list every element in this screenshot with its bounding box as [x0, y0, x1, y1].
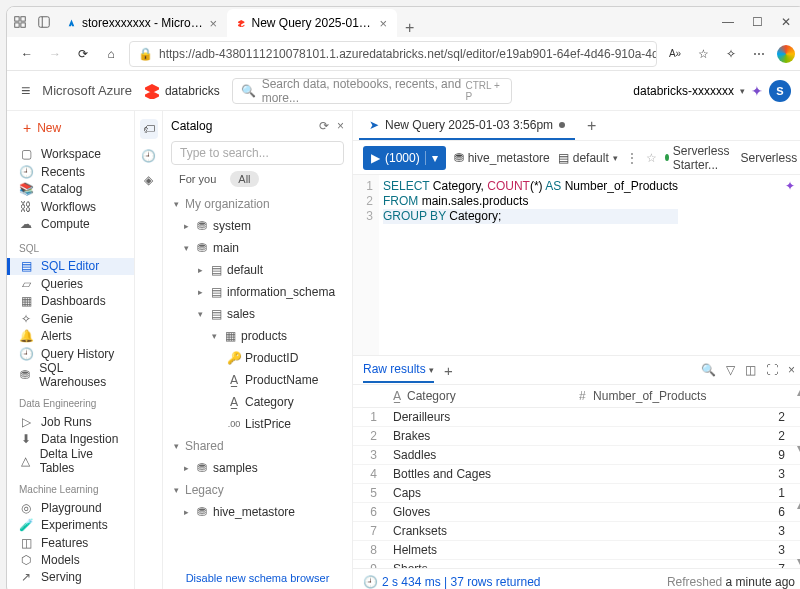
- code-editor[interactable]: 123 SELECT Category, COUNT(*) AS Number_…: [353, 175, 800, 355]
- result-status[interactable]: 2 s 434 ms | 37 rows returned: [382, 575, 541, 589]
- database-picker[interactable]: ⛃hive_metastore: [454, 151, 550, 165]
- tree-main[interactable]: ▾⛃main: [167, 237, 348, 259]
- sidebar-item-queries[interactable]: ▱Queries: [7, 275, 134, 292]
- maximize-icon[interactable]: ☐: [752, 15, 763, 29]
- add-result-tab[interactable]: +: [444, 362, 453, 379]
- sidebar-item-serving[interactable]: ↗Serving: [7, 569, 134, 586]
- sidebar-item-sql-editor[interactable]: ▤SQL Editor: [7, 258, 134, 275]
- sidebar-item-compute[interactable]: ☁Compute: [7, 215, 134, 232]
- sidebar-item-sql-warehouses[interactable]: ⛃SQL Warehouses: [7, 362, 134, 388]
- sidebar-item-playground[interactable]: ◎Playground: [7, 499, 134, 516]
- sidebar-item-recents[interactable]: 🕘Recents: [7, 163, 134, 180]
- avatar[interactable]: S: [769, 80, 791, 102]
- catalog-search[interactable]: Type to search...: [171, 141, 344, 165]
- sidebar-icon[interactable]: [37, 15, 51, 29]
- tree-myorg[interactable]: ▾My organization: [167, 193, 348, 215]
- read-aloud-icon[interactable]: A»: [665, 44, 685, 64]
- table-row[interactable]: 8Helmets3: [353, 541, 800, 560]
- tree-col-listprice[interactable]: .00ListPrice: [167, 413, 348, 435]
- workspaces-icon[interactable]: [13, 15, 27, 29]
- filter-all[interactable]: All: [230, 171, 258, 187]
- table-row[interactable]: 9Shorts7: [353, 560, 800, 569]
- assistant-icon[interactable]: ✦: [785, 179, 795, 193]
- browser-tab-databricks[interactable]: New Query 2025-01-03 3:56pm* ×: [227, 9, 397, 37]
- minimize-icon[interactable]: —: [722, 15, 734, 29]
- sidebar-item-workspace[interactable]: ▢Workspace: [7, 146, 134, 163]
- home-icon[interactable]: ⌂: [101, 44, 121, 64]
- tree-legacy[interactable]: ▾Legacy: [167, 479, 348, 501]
- sidebar-item-features[interactable]: ◫Features: [7, 534, 134, 551]
- col-number[interactable]: #Number_of_Products: [571, 385, 800, 408]
- tree-col-productid[interactable]: 🔑ProductID: [167, 347, 348, 369]
- catalog-rail-schema-icon[interactable]: 🏷: [140, 119, 158, 139]
- refresh-icon[interactable]: ⟳: [73, 44, 93, 64]
- tree-col-productname[interactable]: A̲ProductName: [167, 369, 348, 391]
- filter-icon[interactable]: ▽: [726, 363, 735, 377]
- sidebar-item-catalog[interactable]: 📚Catalog: [7, 181, 134, 198]
- tree-info-schema[interactable]: ▸▤information_schema: [167, 281, 348, 303]
- sidebar-item-query-history[interactable]: 🕘Query History: [7, 345, 134, 362]
- databricks-logo[interactable]: databricks: [144, 83, 220, 99]
- expand-icon[interactable]: ⛶: [766, 363, 778, 377]
- disable-browser-link[interactable]: Disable new schema browser: [163, 562, 352, 589]
- tree-samples[interactable]: ▸⛃samples: [167, 457, 348, 479]
- sidebar-item-dlt[interactable]: △Delta Live Tables: [7, 448, 134, 474]
- table-row[interactable]: 4Bottles and Cages3: [353, 465, 800, 484]
- refresh-icon[interactable]: ⟳: [319, 119, 329, 133]
- close-window-icon[interactable]: ✕: [781, 15, 791, 29]
- close-icon[interactable]: ×: [337, 119, 344, 133]
- menu-icon[interactable]: ≡: [21, 82, 30, 100]
- table-row[interactable]: 2Brakes2: [353, 427, 800, 446]
- raw-results-tab[interactable]: Raw results ▾: [363, 362, 434, 383]
- tree-col-category[interactable]: A̲Category: [167, 391, 348, 413]
- close-icon[interactable]: ×: [209, 16, 217, 31]
- close-icon[interactable]: ×: [379, 16, 387, 31]
- header-search[interactable]: 🔍 Search data, notebooks, recents, and m…: [232, 78, 512, 104]
- schema-picker[interactable]: ▤default▾: [558, 151, 618, 165]
- catalog-rail-history-icon[interactable]: 🕘: [141, 149, 156, 163]
- sidebar-item-experiments[interactable]: 🧪Experiments: [7, 516, 134, 533]
- chevron-down-icon[interactable]: ▾: [425, 151, 438, 165]
- tree-hive[interactable]: ▸⛃hive_metastore: [167, 501, 348, 523]
- sidebar-item-dashboards[interactable]: ▦Dashboards: [7, 293, 134, 310]
- back-icon[interactable]: ←: [17, 44, 37, 64]
- url-input[interactable]: 🔒 https://adb-4380111210078101.1.azureda…: [129, 41, 657, 67]
- sidebar-item-models[interactable]: ⬡Models: [7, 551, 134, 568]
- assistant-icon[interactable]: ✦: [751, 83, 763, 99]
- kebab-icon[interactable]: ⋮: [626, 151, 638, 165]
- tree-system[interactable]: ▸⛃system: [167, 215, 348, 237]
- star-icon[interactable]: ☆: [646, 151, 657, 165]
- sidebar-item-genie[interactable]: ✧Genie: [7, 310, 134, 327]
- sidebar-item-workflows[interactable]: ⛓Workflows: [7, 198, 134, 215]
- copilot-icon[interactable]: [777, 45, 795, 63]
- sidebar-item-data-ingestion[interactable]: ⬇Data Ingestion: [7, 431, 134, 448]
- run-button[interactable]: ▶ (1000) ▾: [363, 146, 446, 170]
- sidebar-item-alerts[interactable]: 🔔Alerts: [7, 327, 134, 344]
- browser-tab-azure[interactable]: storexxxxxxx - Microsoft Azure ×: [57, 9, 227, 37]
- table-row[interactable]: 6Gloves6: [353, 503, 800, 522]
- col-category[interactable]: A̲Category: [385, 385, 571, 408]
- table-row[interactable]: 7Cranksets3: [353, 522, 800, 541]
- table-row[interactable]: 5Caps1: [353, 484, 800, 503]
- close-icon[interactable]: ×: [788, 363, 795, 377]
- panel-icon[interactable]: ◫: [745, 363, 756, 377]
- new-button[interactable]: +New: [17, 119, 124, 138]
- cluster-picker[interactable]: Serverless Starter...: [665, 144, 733, 172]
- table-row[interactable]: 1Derailleurs2: [353, 408, 800, 427]
- filter-for-you[interactable]: For you: [171, 171, 224, 187]
- query-tab-active[interactable]: ➤ New Query 2025-01-03 3:56pm: [359, 112, 575, 140]
- tree-sales[interactable]: ▾▤sales: [167, 303, 348, 325]
- workspace-picker[interactable]: databricks-xxxxxxx ▾ ✦ S: [633, 80, 791, 102]
- collections-icon[interactable]: ✧: [721, 44, 741, 64]
- results-table-wrap[interactable]: A̲Category #Number_of_Products 1Deraille…: [353, 385, 800, 568]
- favorite-icon[interactable]: ☆: [693, 44, 713, 64]
- add-tab-button[interactable]: +: [581, 117, 602, 135]
- tree-products[interactable]: ▾▦products: [167, 325, 348, 347]
- more-icon[interactable]: ⋯: [749, 44, 769, 64]
- new-tab-button[interactable]: +: [397, 19, 422, 37]
- catalog-rail-pin-icon[interactable]: ◈: [144, 173, 153, 187]
- search-icon[interactable]: 🔍: [701, 363, 716, 377]
- tree-shared[interactable]: ▾Shared: [167, 435, 348, 457]
- tree-default[interactable]: ▸▤default: [167, 259, 348, 281]
- sidebar-item-job-runs[interactable]: ▷Job Runs: [7, 413, 134, 430]
